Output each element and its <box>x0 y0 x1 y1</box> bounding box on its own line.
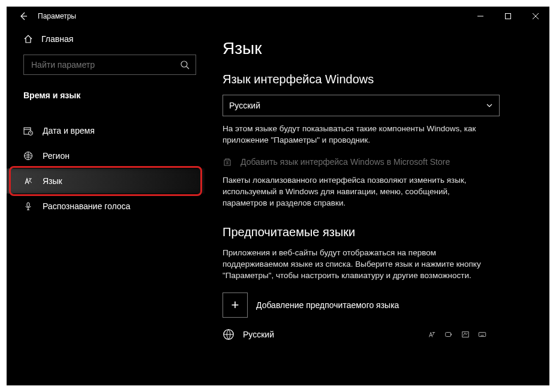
calendar-clock-icon <box>23 126 33 135</box>
globe-icon <box>23 151 33 161</box>
sidebar-item-label: Язык <box>43 176 62 186</box>
sidebar-item-language[interactable]: Язык <box>7 168 205 194</box>
store-link-label: Добавить язык интерфейса Windows в Micro… <box>241 157 450 167</box>
language-pack-description: Пакеты локализованного интерфейса позвол… <box>223 175 492 209</box>
text-to-speech-icon <box>444 330 453 339</box>
close-button[interactable] <box>522 7 549 26</box>
home-label: Главная <box>41 34 73 44</box>
add-language-label: Добавление предпочитаемого языка <box>256 300 399 310</box>
search-box[interactable] <box>23 55 196 75</box>
maximize-button[interactable] <box>494 7 522 26</box>
sidebar-item-label: Распознавание голоса <box>43 201 130 211</box>
minimize-button[interactable] <box>467 7 494 26</box>
maximize-icon <box>505 13 511 19</box>
microphone-icon <box>23 201 33 211</box>
svg-point-1 <box>181 61 187 67</box>
svg-rect-8 <box>462 332 469 337</box>
display-language-dropdown[interactable]: Русский <box>223 95 500 116</box>
store-link[interactable]: Добавить язык интерфейса Windows в Micro… <box>223 157 531 167</box>
section-title-preferred-languages: Предпочитаемые языки <box>223 225 531 239</box>
handwriting-icon <box>461 330 470 339</box>
close-icon <box>533 13 539 19</box>
home-icon <box>23 34 33 44</box>
language-item-russian[interactable]: Русский <box>223 328 486 340</box>
window-title: Параметры <box>38 12 76 20</box>
add-language-button[interactable]: + Добавление предпочитаемого языка <box>223 293 531 318</box>
sidebar: Главная Время и язык Дата и время <box>7 26 205 385</box>
svg-rect-9 <box>479 333 485 337</box>
store-icon <box>223 157 232 167</box>
display-language-description: На этом языке будут показываться такие к… <box>223 123 492 146</box>
page-title: Язык <box>223 39 531 58</box>
sidebar-item-label: Дата и время <box>43 126 95 135</box>
home-link[interactable]: Главная <box>23 34 196 44</box>
category-title: Время и язык <box>23 91 196 100</box>
sidebar-item-speech[interactable]: Распознавание голоса <box>7 194 205 219</box>
language-pack-icon <box>428 330 436 339</box>
svg-rect-7 <box>446 333 451 337</box>
language-item-label: Русский <box>243 330 274 339</box>
preferred-languages-description: Приложения и веб-сайты будут отображатьс… <box>223 248 492 282</box>
sidebar-item-label: Регион <box>43 151 70 161</box>
search-icon <box>180 60 190 70</box>
dropdown-value: Русский <box>229 101 260 110</box>
window-controls <box>467 7 549 26</box>
keyboard-icon <box>478 330 486 339</box>
language-feature-icons <box>428 330 486 339</box>
chevron-down-icon <box>486 102 493 109</box>
svg-rect-5 <box>27 203 29 207</box>
content-pane: Язык Язык интерфейса Windows Русский На … <box>205 26 549 385</box>
plus-icon: + <box>223 293 248 318</box>
search-input[interactable] <box>30 59 180 70</box>
minimize-icon <box>477 13 483 19</box>
svg-rect-0 <box>506 14 511 19</box>
language-icon <box>23 176 33 186</box>
back-button[interactable] <box>11 7 35 26</box>
section-title-display-language: Язык интерфейса Windows <box>223 73 531 86</box>
globe-language-icon <box>223 328 235 340</box>
sidebar-item-date-time[interactable]: Дата и время <box>7 118 205 143</box>
arrow-left-icon <box>19 11 28 21</box>
sidebar-item-region[interactable]: Регион <box>7 143 205 168</box>
